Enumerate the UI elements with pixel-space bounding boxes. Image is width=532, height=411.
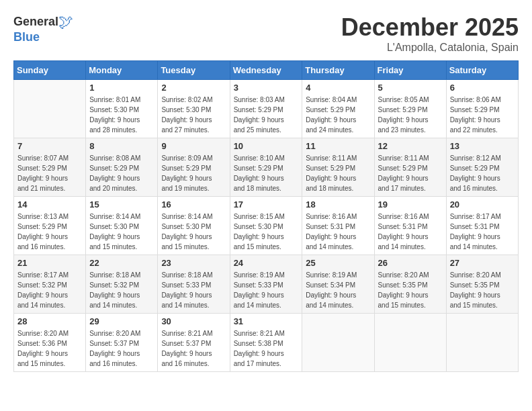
day-number: 9 [161, 141, 226, 151]
day-info: Sunrise: 8:12 AM Sunset: 5:29 PM Dayligh… [450, 153, 515, 193]
day-number: 25 [306, 258, 370, 268]
calendar-week-row: 28Sunrise: 8:20 AM Sunset: 5:36 PM Dayli… [14, 314, 519, 372]
calendar-header-saturday: Saturday [446, 61, 518, 80]
logo: General 🕊 Blue [13, 13, 73, 44]
day-info: Sunrise: 8:16 AM Sunset: 5:31 PM Dayligh… [378, 212, 443, 252]
calendar-day-cell: 22Sunrise: 8:18 AM Sunset: 5:32 PM Dayli… [86, 255, 158, 314]
calendar-day-cell: 19Sunrise: 8:16 AM Sunset: 5:31 PM Dayli… [374, 197, 446, 255]
calendar-day-cell: 23Sunrise: 8:18 AM Sunset: 5:33 PM Dayli… [158, 255, 230, 314]
day-number: 2 [161, 83, 226, 93]
month-title: December 2025 [341, 13, 519, 42]
day-info: Sunrise: 8:09 AM Sunset: 5:29 PM Dayligh… [161, 153, 226, 193]
day-number: 7 [17, 141, 82, 151]
day-info: Sunrise: 8:20 AM Sunset: 5:35 PM Dayligh… [450, 270, 515, 310]
day-info: Sunrise: 8:14 AM Sunset: 5:30 PM Dayligh… [89, 212, 154, 252]
day-number: 1 [89, 83, 154, 93]
day-number: 11 [306, 141, 370, 151]
calendar-header-wednesday: Wednesday [230, 61, 302, 80]
day-info: Sunrise: 8:01 AM Sunset: 5:30 PM Dayligh… [89, 95, 154, 135]
calendar-day-cell: 8Sunrise: 8:08 AM Sunset: 5:29 PM Daylig… [86, 138, 158, 197]
calendar-day-cell: 12Sunrise: 8:11 AM Sunset: 5:29 PM Dayli… [374, 138, 446, 197]
calendar-day-cell: 29Sunrise: 8:20 AM Sunset: 5:37 PM Dayli… [86, 314, 158, 372]
day-number: 21 [17, 258, 82, 268]
day-info: Sunrise: 8:18 AM Sunset: 5:33 PM Dayligh… [161, 270, 226, 310]
calendar-week-row: 21Sunrise: 8:17 AM Sunset: 5:32 PM Dayli… [14, 255, 519, 314]
calendar-day-cell: 4Sunrise: 8:04 AM Sunset: 5:29 PM Daylig… [302, 80, 374, 138]
calendar-day-cell: 6Sunrise: 8:06 AM Sunset: 5:29 PM Daylig… [446, 80, 518, 138]
day-number: 29 [89, 316, 154, 326]
calendar-day-cell: 1Sunrise: 8:01 AM Sunset: 5:30 PM Daylig… [86, 80, 158, 138]
calendar-header-monday: Monday [86, 61, 158, 80]
calendar-day-cell: 18Sunrise: 8:16 AM Sunset: 5:31 PM Dayli… [302, 197, 374, 255]
day-info: Sunrise: 8:19 AM Sunset: 5:34 PM Dayligh… [306, 270, 370, 310]
calendar-day-cell: 27Sunrise: 8:20 AM Sunset: 5:35 PM Dayli… [446, 255, 518, 314]
day-info: Sunrise: 8:13 AM Sunset: 5:29 PM Dayligh… [17, 212, 82, 252]
logo-blue: Blue [13, 30, 40, 44]
day-info: Sunrise: 8:02 AM Sunset: 5:30 PM Dayligh… [161, 95, 226, 135]
day-number: 13 [450, 141, 515, 151]
day-number: 6 [450, 83, 515, 93]
calendar-week-row: 1Sunrise: 8:01 AM Sunset: 5:30 PM Daylig… [14, 80, 519, 138]
calendar-day-cell: 21Sunrise: 8:17 AM Sunset: 5:32 PM Dayli… [14, 255, 86, 314]
calendar-day-cell [374, 314, 446, 372]
calendar-day-cell: 14Sunrise: 8:13 AM Sunset: 5:29 PM Dayli… [14, 197, 86, 255]
day-number: 3 [234, 83, 299, 93]
calendar-day-cell: 11Sunrise: 8:11 AM Sunset: 5:29 PM Dayli… [302, 138, 374, 197]
day-info: Sunrise: 8:20 AM Sunset: 5:36 PM Dayligh… [17, 328, 82, 369]
day-number: 12 [378, 141, 443, 151]
day-info: Sunrise: 8:11 AM Sunset: 5:29 PM Dayligh… [378, 153, 443, 193]
logo-general: General [13, 15, 58, 29]
calendar-day-cell [446, 314, 518, 372]
day-info: Sunrise: 8:21 AM Sunset: 5:37 PM Dayligh… [161, 328, 226, 369]
calendar-header-sunday: Sunday [14, 61, 86, 80]
day-info: Sunrise: 8:14 AM Sunset: 5:30 PM Dayligh… [161, 212, 226, 252]
calendar-table: SundayMondayTuesdayWednesdayThursdayFrid… [13, 60, 519, 372]
day-info: Sunrise: 8:16 AM Sunset: 5:31 PM Dayligh… [306, 212, 370, 252]
day-info: Sunrise: 8:20 AM Sunset: 5:37 PM Dayligh… [89, 328, 154, 369]
calendar-day-cell: 20Sunrise: 8:17 AM Sunset: 5:31 PM Dayli… [446, 197, 518, 255]
calendar-header-thursday: Thursday [302, 61, 374, 80]
calendar-header-friday: Friday [374, 61, 446, 80]
day-info: Sunrise: 8:08 AM Sunset: 5:29 PM Dayligh… [89, 153, 154, 193]
calendar-day-cell: 26Sunrise: 8:20 AM Sunset: 5:35 PM Dayli… [374, 255, 446, 314]
day-number: 5 [378, 83, 443, 93]
title-area: December 2025 L'Ampolla, Catalonia, Spai… [341, 13, 519, 54]
logo-bird-icon: 🕊 [58, 13, 73, 31]
calendar-day-cell: 5Sunrise: 8:05 AM Sunset: 5:29 PM Daylig… [374, 80, 446, 138]
calendar-day-cell: 30Sunrise: 8:21 AM Sunset: 5:37 PM Dayli… [158, 314, 230, 372]
calendar-day-cell: 13Sunrise: 8:12 AM Sunset: 5:29 PM Dayli… [446, 138, 518, 197]
day-number: 31 [234, 316, 299, 326]
day-number: 22 [89, 258, 154, 268]
calendar-day-cell: 24Sunrise: 8:19 AM Sunset: 5:33 PM Dayli… [230, 255, 302, 314]
calendar-day-cell: 15Sunrise: 8:14 AM Sunset: 5:30 PM Dayli… [86, 197, 158, 255]
day-number: 4 [306, 83, 370, 93]
day-info: Sunrise: 8:17 AM Sunset: 5:31 PM Dayligh… [450, 212, 515, 252]
calendar-day-cell: 17Sunrise: 8:15 AM Sunset: 5:30 PM Dayli… [230, 197, 302, 255]
day-info: Sunrise: 8:19 AM Sunset: 5:33 PM Dayligh… [234, 270, 299, 310]
calendar-day-cell: 2Sunrise: 8:02 AM Sunset: 5:30 PM Daylig… [158, 80, 230, 138]
day-number: 18 [306, 199, 370, 210]
day-number: 10 [234, 141, 299, 151]
calendar-day-cell: 16Sunrise: 8:14 AM Sunset: 5:30 PM Dayli… [158, 197, 230, 255]
day-number: 16 [161, 199, 226, 210]
day-number: 17 [234, 199, 299, 210]
day-info: Sunrise: 8:07 AM Sunset: 5:29 PM Dayligh… [17, 153, 82, 193]
day-number: 15 [89, 199, 154, 210]
location-title: L'Ampolla, Catalonia, Spain [341, 42, 519, 54]
day-info: Sunrise: 8:03 AM Sunset: 5:29 PM Dayligh… [234, 95, 299, 135]
day-number: 24 [234, 258, 299, 268]
day-number: 20 [450, 199, 515, 210]
calendar-header-row: SundayMondayTuesdayWednesdayThursdayFrid… [14, 61, 519, 80]
day-info: Sunrise: 8:11 AM Sunset: 5:29 PM Dayligh… [306, 153, 370, 193]
calendar-week-row: 14Sunrise: 8:13 AM Sunset: 5:29 PM Dayli… [14, 197, 519, 255]
day-info: Sunrise: 8:20 AM Sunset: 5:35 PM Dayligh… [378, 270, 443, 310]
calendar-day-cell: 31Sunrise: 8:21 AM Sunset: 5:38 PM Dayli… [230, 314, 302, 372]
day-number: 8 [89, 141, 154, 151]
day-number: 19 [378, 199, 443, 210]
day-number: 14 [17, 199, 82, 210]
calendar-day-cell: 9Sunrise: 8:09 AM Sunset: 5:29 PM Daylig… [158, 138, 230, 197]
calendar-day-cell: 10Sunrise: 8:10 AM Sunset: 5:29 PM Dayli… [230, 138, 302, 197]
calendar-day-cell: 28Sunrise: 8:20 AM Sunset: 5:36 PM Dayli… [14, 314, 86, 372]
day-info: Sunrise: 8:06 AM Sunset: 5:29 PM Dayligh… [450, 95, 515, 135]
calendar-header-tuesday: Tuesday [158, 61, 230, 80]
